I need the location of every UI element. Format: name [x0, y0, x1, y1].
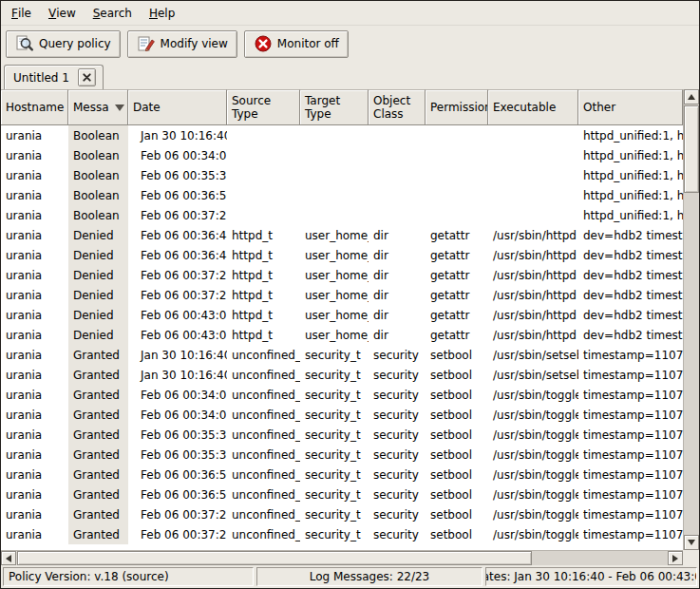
table-row[interactable]: uraniaBooleanFeb 06 00:36:56httpd_unifie… [1, 185, 683, 205]
table-cell: security_t [300, 504, 369, 524]
policy-version-status: Policy Version: v.18 (source) [3, 567, 254, 586]
table-cell: /usr/sbin/httpd [488, 225, 578, 245]
table-cell: setbool [426, 385, 488, 405]
modify-view-button[interactable]: Modify view [127, 30, 237, 58]
column-header-label: Target Type [305, 94, 340, 122]
table-row[interactable]: uraniaDeniedFeb 06 00:43:01httpd_tuser_h… [1, 325, 683, 345]
scroll-right-button[interactable] [668, 551, 683, 565]
table-cell: user_home_ [300, 325, 369, 345]
table-row[interactable]: uraniaDeniedFeb 06 00:36:44httpd_tuser_h… [1, 245, 683, 265]
table-cell [300, 125, 369, 145]
table-cell [300, 165, 369, 185]
scroll-up-button[interactable] [684, 89, 699, 104]
table-row[interactable]: uraniaGrantedFeb 06 00:35:35unconfined_s… [1, 445, 683, 465]
column-header-hostname[interactable]: Hostname [1, 89, 68, 125]
table-cell: Granted [68, 484, 128, 504]
query-policy-button[interactable]: Query policy [6, 30, 121, 58]
column-header-messa[interactable]: Messa [68, 89, 128, 125]
table-row[interactable]: uraniaGrantedFeb 06 00:36:56unconfined_s… [1, 484, 683, 504]
table-cell [426, 165, 488, 185]
table-cell: httpd_unified:1, h [578, 165, 683, 185]
menu-file[interactable]: File [3, 1, 40, 25]
table-row[interactable]: uraniaGrantedFeb 06 00:37:25unconfined_s… [1, 504, 683, 524]
table-row[interactable]: uraniaDeniedFeb 06 00:37:27httpd_tuser_h… [1, 285, 683, 305]
vertical-scrollbar[interactable] [683, 89, 699, 550]
column-header-permission[interactable]: Permission [426, 89, 488, 125]
table-cell: user_home_ [300, 285, 369, 305]
table-row[interactable]: uraniaDeniedFeb 06 00:36:44httpd_tuser_h… [1, 225, 683, 245]
column-header-object-class[interactable]: Object Class [369, 89, 426, 125]
table-row[interactable]: uraniaGrantedJan 30 10:16:40unconfined_s… [1, 365, 683, 385]
table-cell: /usr/sbin/toggle [488, 445, 578, 465]
table-cell: unconfined_ [227, 524, 300, 544]
table-cell: timestamp=11076 [578, 385, 683, 405]
table-cell: urania [1, 225, 68, 245]
table-cell: Jan 30 10:16:40 [128, 125, 227, 145]
table-cell: urania [1, 504, 68, 524]
table-cell: urania [1, 465, 68, 484]
menu-view[interactable]: View [40, 1, 85, 25]
table-row[interactable]: uraniaGrantedFeb 06 00:34:01unconfined_s… [1, 405, 683, 425]
table-cell: setbool [426, 345, 488, 365]
table-row[interactable]: uraniaGrantedFeb 06 00:36:56unconfined_s… [1, 465, 683, 484]
table-cell [488, 145, 578, 165]
table-cell: security_t [300, 484, 369, 504]
scroll-left-button[interactable] [1, 551, 16, 565]
table-row[interactable]: uraniaBooleanFeb 06 00:34:01httpd_unifie… [1, 145, 683, 165]
table-row[interactable]: uraniaBooleanFeb 06 00:37:25httpd_unifie… [1, 205, 683, 225]
horizontal-scrollbar[interactable] [1, 550, 683, 565]
table-cell [426, 145, 488, 165]
table-row[interactable]: uraniaDeniedFeb 06 00:37:27httpd_tuser_h… [1, 265, 683, 285]
column-header-executable[interactable]: Executable [488, 89, 578, 125]
column-header-target-type[interactable]: Target Type [300, 89, 369, 125]
menu-help[interactable]: Help [141, 1, 183, 25]
table-cell: timestamp=11076 [578, 425, 683, 445]
table-row[interactable]: uraniaGrantedFeb 06 00:34:01unconfined_s… [1, 385, 683, 405]
table-cell: dir [369, 285, 426, 305]
table-cell: Feb 06 00:35:35 [128, 165, 227, 185]
tab-close-button[interactable] [78, 68, 96, 86]
table-cell: urania [1, 425, 68, 445]
table-row[interactable]: uraniaGrantedJan 30 10:16:40unconfined_s… [1, 345, 683, 365]
horizontal-scrollbar-thumb[interactable] [17, 551, 532, 565]
table-cell: Granted [68, 385, 128, 405]
table-cell: timestamp=11076 [578, 405, 683, 425]
table-cell: Denied [68, 265, 128, 285]
scroll-down-button[interactable] [684, 535, 699, 550]
table-cell: dev=hdb2 timesta [578, 265, 683, 285]
table-cell [227, 125, 300, 145]
table-cell: Feb 06 00:35:35 [128, 445, 227, 465]
table-row[interactable]: uraniaBooleanFeb 06 00:35:35httpd_unifie… [1, 165, 683, 185]
table-cell: /usr/sbin/setseb [488, 365, 578, 385]
tab-untitled-1[interactable]: Untitled 1 [4, 65, 104, 89]
modify-view-label: Modify view [161, 37, 228, 50]
table-cell: /usr/sbin/httpd [488, 325, 578, 345]
column-header-date[interactable]: Date [128, 89, 227, 125]
table-row[interactable]: uraniaDeniedFeb 06 00:43:01httpd_tuser_h… [1, 305, 683, 325]
table-cell [426, 205, 488, 225]
table-cell: urania [1, 445, 68, 465]
table-cell: urania [1, 185, 68, 205]
vertical-scrollbar-thumb[interactable] [684, 105, 699, 193]
scrollbar-corner [683, 550, 699, 565]
table-cell: urania [1, 265, 68, 285]
horizontal-scrollbar-trough[interactable] [16, 551, 668, 565]
table-cell: httpd_t [227, 285, 300, 305]
table-row[interactable]: uraniaGrantedFeb 06 00:35:35unconfined_s… [1, 425, 683, 445]
table-cell: /usr/sbin/setseb [488, 345, 578, 365]
table-cell: timestamp=11076 [578, 484, 683, 504]
vertical-scrollbar-trough[interactable] [684, 104, 699, 535]
column-header-other[interactable]: Other [578, 89, 683, 125]
monitor-off-button[interactable]: Monitor off [244, 30, 349, 58]
table-cell: dir [369, 225, 426, 245]
table-row[interactable]: uraniaBooleanJan 30 10:16:40httpd_unifie… [1, 125, 683, 145]
table-cell: urania [1, 145, 68, 165]
table-cell: httpd_t [227, 325, 300, 345]
menu-search[interactable]: Search [85, 1, 141, 25]
table-row[interactable]: uraniaGrantedFeb 06 00:37:25unconfined_s… [1, 524, 683, 544]
table-body: uraniaBooleanJan 30 10:16:40httpd_unifie… [1, 125, 683, 550]
column-header-source-type[interactable]: Source Type [227, 89, 300, 125]
table-cell: security [369, 524, 426, 544]
table-cell: urania [1, 245, 68, 265]
table-cell: urania [1, 345, 68, 365]
